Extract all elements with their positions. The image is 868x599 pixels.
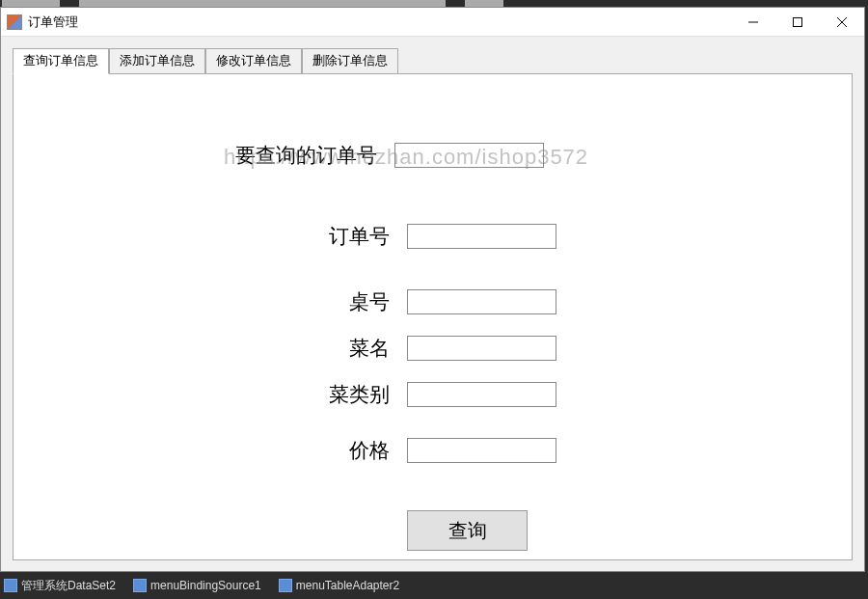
query-form: 要查询的订单号 订单号 桌号 菜名 — [14, 74, 852, 551]
component-tray: 管理系统DataSet2 menuBindingSource1 menuTabl… — [0, 572, 868, 599]
maximize-button[interactable] — [775, 8, 820, 36]
tray-item-tableadapter[interactable]: menuTableAdapter2 — [279, 579, 399, 592]
row-dish-name: 菜名 — [14, 335, 852, 362]
row-table-no: 桌号 — [14, 288, 852, 315]
window-controls — [731, 8, 864, 36]
tableadapter-icon — [279, 579, 292, 592]
tab-query-order[interactable]: 查询订单信息 — [13, 48, 109, 74]
tab-delete-order[interactable]: 删除订单信息 — [302, 48, 398, 73]
row-dish-category: 菜类别 — [14, 381, 852, 408]
query-button[interactable]: 查询 — [407, 510, 528, 551]
editor-top-bar — [0, 0, 868, 7]
input-table-no[interactable] — [407, 289, 556, 314]
tab-strip: 查询订单信息 添加订单信息 修改订单信息 删除订单信息 — [13, 48, 853, 73]
bindingsource-icon — [133, 579, 147, 592]
close-button[interactable] — [820, 8, 864, 36]
tray-label-tableadapter: menuTableAdapter2 — [296, 579, 399, 592]
input-dish-name[interactable] — [407, 336, 556, 361]
tab-panel-query: https://www.huzhan.com/ishop3572 要查询的订单号… — [13, 73, 853, 560]
row-query-order-no: 要查询的订单号 — [14, 142, 852, 169]
input-order-no[interactable] — [407, 224, 556, 249]
svg-rect-1 — [794, 17, 802, 26]
row-price: 价格 — [14, 437, 852, 464]
tray-item-bindingsource[interactable]: menuBindingSource1 — [133, 579, 261, 592]
input-price[interactable] — [407, 438, 556, 463]
label-dish-category: 菜类别 — [14, 381, 407, 408]
label-price: 价格 — [14, 437, 407, 464]
window-titlebar: 订单管理 — [1, 8, 864, 37]
row-order-no: 订单号 — [14, 223, 852, 250]
tab-add-order[interactable]: 添加订单信息 — [109, 48, 205, 73]
tab-modify-order[interactable]: 修改订单信息 — [205, 48, 302, 73]
label-order-no: 订单号 — [14, 223, 407, 250]
order-management-window: 订单管理 查询订单信息 添加订单信息 修改订单信息 删除订单信息 https:/… — [0, 7, 865, 572]
dataset-icon — [4, 579, 17, 592]
window-title: 订单管理 — [28, 14, 731, 31]
minimize-button[interactable] — [731, 8, 775, 36]
tray-label-bindingsource: menuBindingSource1 — [150, 579, 261, 592]
input-dish-category[interactable] — [407, 382, 556, 407]
button-row: 查询 — [14, 510, 852, 551]
tab-control: 查询订单信息 添加订单信息 修改订单信息 删除订单信息 https://www.… — [13, 48, 853, 559]
input-query-order-no[interactable] — [394, 143, 544, 168]
tray-item-dataset[interactable]: 管理系统DataSet2 — [4, 578, 116, 594]
label-query-order-no: 要查询的订单号 — [14, 142, 394, 169]
label-table-no: 桌号 — [14, 288, 407, 315]
label-dish-name: 菜名 — [14, 335, 407, 362]
window-content: 查询订单信息 添加订单信息 修改订单信息 删除订单信息 https://www.… — [1, 37, 864, 571]
tray-label-dataset: 管理系统DataSet2 — [21, 578, 116, 594]
window-icon — [7, 14, 22, 30]
